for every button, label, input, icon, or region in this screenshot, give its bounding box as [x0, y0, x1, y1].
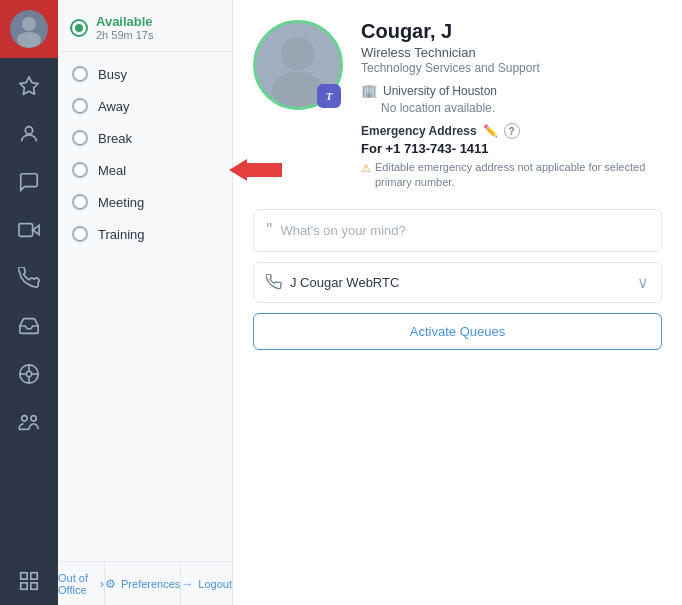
main-content: T Cougar, J Wireless Technician Technolo… — [233, 0, 682, 605]
svg-rect-17 — [21, 583, 27, 589]
sidebar-nav — [0, 58, 58, 557]
svg-rect-15 — [21, 573, 27, 579]
logout-label: Logout — [198, 578, 232, 590]
radio-away[interactable] — [72, 98, 88, 114]
svg-rect-16 — [31, 573, 37, 579]
logout-button[interactable]: → Logout — [181, 562, 232, 606]
radio-break[interactable] — [72, 130, 88, 146]
profile-header: T Cougar, J Wireless Technician Technolo… — [253, 20, 662, 191]
status-option-busy[interactable]: Busy — [58, 58, 232, 90]
out-of-office-button[interactable]: Out of Office › — [58, 562, 105, 606]
svg-point-13 — [22, 416, 28, 422]
sidebar-item-phone[interactable] — [0, 254, 58, 302]
profile-name: Cougar, J — [361, 20, 662, 43]
warning-icon: ⚠ — [361, 161, 371, 176]
chat-icon — [18, 171, 40, 193]
svg-marker-4 — [33, 225, 39, 234]
out-of-office-arrow: › — [100, 576, 104, 591]
svg-point-12 — [31, 416, 37, 422]
emergency-number-bold: 1411 — [460, 141, 489, 156]
building-icon: 🏢 — [361, 83, 377, 98]
break-label: Break — [98, 131, 132, 146]
current-status-label: Available — [96, 14, 153, 29]
phone-selector[interactable]: J Cougar WebRTC ∨ — [253, 262, 662, 303]
meal-label: Meal — [98, 163, 126, 178]
info-icon[interactable]: ? — [504, 123, 520, 139]
org-name: University of Houston — [383, 84, 497, 98]
profile-info: Cougar, J Wireless Technician Technology… — [361, 20, 662, 191]
profile-location: No location available. — [381, 101, 662, 115]
emergency-number-prefix: For +1 713-743- — [361, 141, 460, 156]
status-option-meeting[interactable]: Meeting — [58, 186, 232, 218]
svg-point-3 — [25, 127, 32, 134]
activate-queues-label: Activate Queues — [410, 324, 505, 339]
sidebar-item-grid[interactable] — [0, 557, 58, 605]
avatar — [10, 10, 48, 48]
user-icon — [18, 123, 40, 145]
svg-rect-18 — [31, 583, 37, 589]
training-label: Training — [98, 227, 144, 242]
sidebar-item-contacts[interactable] — [0, 110, 58, 158]
radio-meal[interactable] — [72, 162, 88, 178]
emergency-warning-text: Editable emergency address not applicabl… — [375, 160, 662, 191]
sidebar-item-help[interactable] — [0, 350, 58, 398]
status-option-away[interactable]: Away — [58, 90, 232, 122]
preferences-button[interactable]: ⚙ Preferences — [105, 562, 181, 606]
svg-point-7 — [26, 371, 32, 377]
radio-busy[interactable] — [72, 66, 88, 82]
svg-point-1 — [17, 32, 41, 48]
svg-marker-2 — [20, 77, 38, 94]
status-timer: 2h 59m 17s — [96, 29, 153, 41]
sidebar-item-inbox[interactable] — [0, 302, 58, 350]
profile-department: Technology Services and Support — [361, 61, 662, 75]
phone-option-label: J Cougar WebRTC — [290, 275, 399, 290]
sidebar-item-supervisor[interactable] — [0, 398, 58, 446]
edit-icon[interactable]: ✏️ — [483, 124, 498, 138]
person-icon — [10, 10, 48, 48]
sidebar-item-favorites[interactable] — [0, 62, 58, 110]
svg-point-19 — [281, 37, 315, 71]
preferences-label: Preferences — [121, 578, 180, 590]
profile-avatar-container: T — [253, 20, 343, 110]
status-footer: Out of Office › ⚙ Preferences → Logout — [58, 561, 232, 605]
radio-training[interactable] — [72, 226, 88, 242]
teams-icon: T — [326, 90, 333, 102]
chevron-down-icon: ∨ — [637, 273, 649, 292]
sidebar-avatar[interactable] — [0, 0, 58, 58]
status-current: Available 2h 59m 17s — [58, 0, 232, 52]
status-options-list: Busy Away Break Meal Meeting Training — [58, 52, 232, 561]
help-icon — [18, 363, 40, 385]
quote-icon: " — [266, 220, 272, 241]
available-indicator — [70, 19, 88, 37]
emergency-warning: ⚠ Editable emergency address not applica… — [361, 160, 662, 191]
profile-org: 🏢 University of Houston — [361, 83, 662, 98]
supervisor-icon — [18, 411, 40, 433]
activate-queues-button[interactable]: Activate Queues — [253, 313, 662, 350]
busy-label: Busy — [98, 67, 127, 82]
meal-arrow-indicator — [229, 159, 282, 181]
teams-badge: T — [317, 84, 341, 108]
video-icon — [18, 219, 40, 241]
phone-select-icon — [266, 274, 282, 290]
sidebar — [0, 0, 58, 605]
emergency-section: Emergency Address ✏️ ? For +1 713-743- 1… — [361, 123, 662, 191]
phone-icon — [18, 267, 40, 289]
status-option-break[interactable]: Break — [58, 122, 232, 154]
svg-rect-5 — [19, 224, 33, 237]
emergency-number: For +1 713-743- 1411 — [361, 141, 662, 156]
emergency-label-text: Emergency Address — [361, 124, 477, 138]
status-option-training[interactable]: Training — [58, 218, 232, 250]
mind-placeholder: What's on your mind? — [280, 223, 405, 238]
away-label: Away — [98, 99, 130, 114]
logout-icon: → — [181, 577, 193, 591]
mind-input[interactable]: " What's on your mind? — [253, 209, 662, 252]
svg-point-0 — [22, 17, 36, 31]
sidebar-item-chat[interactable] — [0, 158, 58, 206]
radio-meeting[interactable] — [72, 194, 88, 210]
meeting-label: Meeting — [98, 195, 144, 210]
sidebar-item-video[interactable] — [0, 206, 58, 254]
status-option-meal[interactable]: Meal — [58, 154, 232, 186]
out-of-office-label: Out of Office — [58, 572, 95, 596]
star-icon — [18, 75, 40, 97]
status-panel: Available 2h 59m 17s Busy Away Break Mea… — [58, 0, 233, 605]
